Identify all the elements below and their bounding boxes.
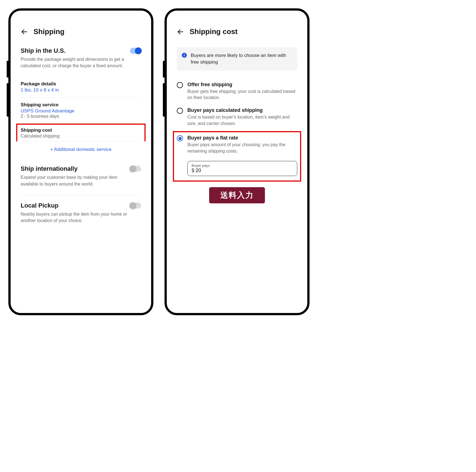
ship-us-title: Ship in the U.S. <box>21 47 130 54</box>
screen-right: Shipping cost i Buyers are more likely t… <box>167 11 307 313</box>
local-pickup-title: Local Pickup <box>21 202 130 209</box>
divider <box>21 195 141 195</box>
package-details-value: 1 lbs, 10 x 8 x 4 in <box>21 87 141 93</box>
buyer-pays-label: Buyer pays <box>192 163 293 168</box>
ship-intl-title: Ship internationally <box>21 165 130 172</box>
buyer-pays-value: 20 <box>195 168 201 174</box>
option-free-desc: Buyer gets free shipping; your cost is c… <box>187 88 297 101</box>
shipping-service-value: USPS Ground Advantage <box>21 108 141 114</box>
shipping-service-row[interactable]: Shipping service USPS Ground Advantage 2… <box>21 98 141 124</box>
phone-frame-right: Shipping cost i Buyers are more likely t… <box>165 8 310 315</box>
annotation-callout: 送料入力 <box>209 187 265 203</box>
local-pickup-desc: Nearby buyers can pickup the item from y… <box>21 211 130 224</box>
option-flat-label: Buyer pays a flat rate <box>187 135 297 141</box>
option-flat-highlight: Buyer pays a flat rate Buyer pays amount… <box>173 131 301 182</box>
option-calc-label: Buyer pays calculated shipping <box>187 107 297 113</box>
screen-left: Shipping Ship in the U.S. Provide the pa… <box>11 11 151 313</box>
ship-intl-toggle[interactable] <box>130 166 141 172</box>
buyer-pays-input[interactable]: Buyer pays $ 20 <box>187 161 297 176</box>
currency-symbol: $ <box>192 168 194 174</box>
info-text: Buyers are more likely to choose an item… <box>191 52 292 66</box>
local-pickup-section: Local Pickup Nearby buyers can pickup th… <box>21 202 141 224</box>
local-pickup-toggle[interactable] <box>130 203 141 209</box>
shipping-service-sub: 2 - 5 business days <box>21 114 141 119</box>
additional-service-link[interactable]: + Additional domestic service <box>21 142 141 154</box>
info-icon: i <box>182 53 187 58</box>
shipping-service-label: Shipping service <box>21 102 141 108</box>
header: Shipping cost <box>177 27 297 36</box>
page-title: Shipping cost <box>190 27 238 36</box>
phone-frame-left: Shipping Ship in the U.S. Provide the pa… <box>8 8 153 315</box>
package-details-label: Package details <box>21 81 141 87</box>
radio-icon <box>177 135 183 141</box>
package-details-row[interactable]: Package details 1 lbs, 10 x 8 x 4 in <box>21 77 141 98</box>
option-free-shipping[interactable]: Offer free shipping Buyer gets free ship… <box>177 78 297 104</box>
shipping-cost-label: Shipping cost <box>21 127 141 133</box>
back-icon[interactable] <box>21 28 28 35</box>
option-flat-rate[interactable]: Buyer pays a flat rate Buyer pays amount… <box>177 134 297 158</box>
ship-intl-desc: Expand your customer base by making your… <box>21 174 130 187</box>
option-flat-desc: Buyer pays amount of your choosing; you … <box>187 142 297 154</box>
option-free-label: Offer free shipping <box>187 82 297 88</box>
option-calculated[interactable]: Buyer pays calculated shipping Cost is b… <box>177 104 297 130</box>
radio-icon <box>177 82 183 88</box>
ship-us-toggle[interactable] <box>130 48 141 54</box>
header: Shipping <box>21 27 141 36</box>
back-icon[interactable] <box>177 28 184 35</box>
page-title: Shipping <box>33 27 64 36</box>
info-box: i Buyers are more likely to choose an it… <box>177 47 297 71</box>
ship-us-desc: Provide the package weight and dimension… <box>21 56 130 69</box>
shipping-cost-value: Calculated shipping <box>21 134 141 139</box>
ship-intl-section: Ship internationally Expand your custome… <box>21 165 141 187</box>
option-calc-desc: Cost is based on buyer's location, item'… <box>187 114 297 127</box>
ship-us-section: Ship in the U.S. Provide the package wei… <box>21 47 141 69</box>
shipping-cost-row[interactable]: Shipping cost Calculated shipping <box>16 124 146 141</box>
radio-icon <box>177 108 183 114</box>
